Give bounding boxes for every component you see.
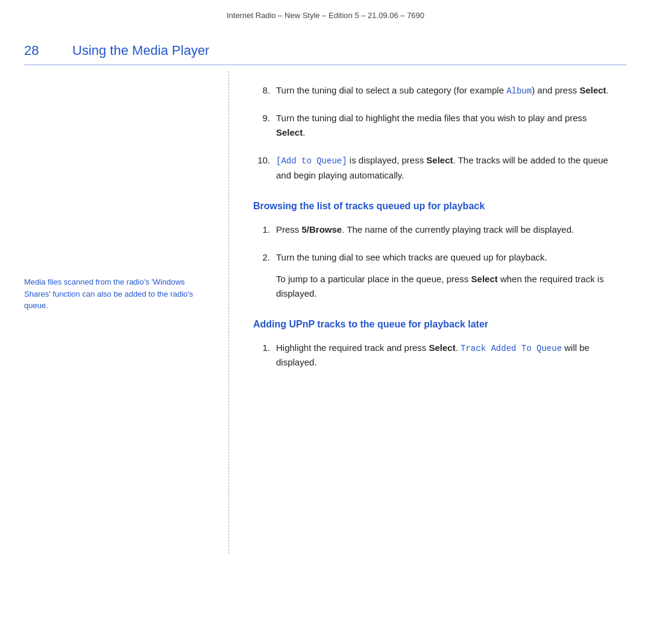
select-bold-10: Select	[426, 155, 453, 165]
select-bold-8: Select	[579, 85, 606, 95]
main-numbered-list: 8. Turn the tuning dial to select a sub …	[253, 83, 615, 183]
section-upnp-heading: Adding UPnP tracks to the queue for play…	[253, 319, 615, 330]
browse-item-1-num: 1.	[253, 223, 270, 237]
item-8-num: 8.	[253, 83, 270, 98]
chapter-heading: 28 Using the Media Player	[24, 26, 627, 65]
item-10-content: [Add to Queue] is displayed, press Selec…	[276, 153, 615, 182]
header-text: Internet Radio – New Style – Edition 5 –…	[227, 11, 424, 20]
browse-item-2: 2. Turn the tuning dial to see which tra…	[253, 250, 615, 301]
browse-item-2-content: Turn the tuning dial to see which tracks…	[276, 250, 615, 301]
select-bold-9: Select	[276, 127, 303, 137]
section-browse-heading: Browsing the list of tracks queued up fo…	[253, 201, 615, 212]
add-to-queue-mono: [Add to Queue]	[276, 156, 347, 166]
upnp-item-1-content: Highlight the required track and press S…	[276, 341, 615, 370]
upnp-item-1: 1. Highlight the required track and pres…	[253, 341, 615, 370]
track-added-mono: Track Added To Queue	[461, 344, 562, 353]
list-item-8: 8. Turn the tuning dial to select a sub …	[253, 83, 615, 98]
browse-item-1: 1. Press 5/Browse. The name of the curre…	[253, 223, 615, 237]
browse-bold-1: 5/Browse	[302, 224, 342, 235]
upnp-list: 1. Highlight the required track and pres…	[253, 341, 615, 370]
chapter-number: 28	[24, 43, 54, 58]
item-9-num: 9.	[253, 111, 270, 140]
browse-list: 1. Press 5/Browse. The name of the curre…	[253, 223, 615, 301]
select-bold-upnp: Select	[429, 343, 455, 353]
two-col-layout: Media files scanned from the radio's 'Wi…	[24, 71, 627, 554]
left-column: Media files scanned from the radio's 'Wi…	[24, 71, 229, 554]
chapter-title: Using the Media Player	[72, 43, 209, 58]
divider	[24, 65, 627, 65]
album-mono: Album	[506, 86, 532, 96]
sidebar-note: Media files scanned from the radio's 'Wi…	[24, 276, 216, 312]
list-item-9: 9. Turn the tuning dial to highlight the…	[253, 111, 615, 140]
browse-item-1-content: Press 5/Browse. The name of the currentl…	[276, 223, 615, 237]
browse-item-2-sub: To jump to a particular place in the que…	[276, 272, 615, 301]
browse-item-2-num: 2.	[253, 250, 270, 301]
select-bold-sub: Select	[471, 274, 498, 284]
upnp-item-1-num: 1.	[253, 341, 270, 370]
page-header: Internet Radio – New Style – Edition 5 –…	[0, 0, 651, 26]
list-item-10: 10. [Add to Queue] is displayed, press S…	[253, 153, 615, 182]
right-column: 8. Turn the tuning dial to select a sub …	[229, 71, 627, 554]
item-9-content: Turn the tuning dial to highlight the me…	[276, 111, 615, 140]
item-8-content: Turn the tuning dial to select a sub cat…	[276, 83, 615, 98]
page-layout: 28 Using the Media Player Media files sc…	[0, 26, 651, 554]
item-10-num: 10.	[253, 153, 270, 182]
